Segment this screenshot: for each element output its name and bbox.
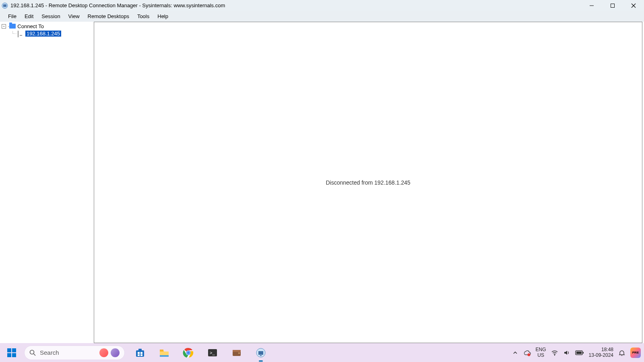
date-text: 13-09-2024 [589,353,613,358]
svg-point-29 [554,354,555,355]
folder-icon [9,24,16,29]
file-explorer-icon[interactable] [158,346,171,359]
language-indicator[interactable]: ENG US [536,347,546,358]
main-area: − ··· Connect To └·· 192.168.1.245 Disco… [0,22,644,343]
rdcman-icon[interactable] [254,346,267,359]
close-button[interactable] [623,0,644,11]
search-icon [29,350,36,356]
minimize-button[interactable] [581,0,602,11]
wifi-icon[interactable] [551,349,558,356]
window-controls [581,0,644,11]
onedrive-icon[interactable] [523,349,531,357]
session-pane: Disconnected from 192.168.1.245 [94,22,642,343]
windows-logo-icon [7,348,16,357]
search-highlights [99,348,120,357]
svg-rect-8 [136,350,144,357]
tree-root[interactable]: − ··· Connect To [2,23,94,30]
svg-point-6 [30,350,34,354]
svg-rect-31 [583,352,584,354]
menu-view[interactable]: View [64,12,84,21]
tray-overflow-button[interactable] [512,350,518,356]
menu-session[interactable]: Session [37,12,64,21]
copilot-icon[interactable]: PRE [630,348,641,358]
svg-rect-32 [576,352,582,354]
svg-rect-12 [138,354,140,356]
lang-secondary: US [537,353,544,358]
pinned-apps: >_ [134,346,267,359]
volume-icon[interactable] [563,349,570,356]
tree-item-label: 192.168.1.245 [25,31,61,37]
svg-rect-23 [233,350,241,352]
svg-point-28 [527,353,530,356]
search-highlight-icon [99,348,108,357]
titlebar: 192.168.1.245 - Remote Desktop Connectio… [0,0,644,11]
taskbar: Search >_ ENG [0,343,644,362]
menu-file[interactable]: File [4,12,21,21]
copilot-tag: PRE [632,351,639,354]
terminal-icon[interactable]: >_ [206,346,219,359]
svg-point-19 [187,351,190,354]
menubar: File Edit Session View Remote Desktops T… [0,11,644,22]
monitor-icon [18,31,24,36]
search-placeholder: Search [40,349,59,356]
clock[interactable]: 18:48 13-09-2024 [589,347,613,358]
menu-help[interactable]: Help [153,12,172,21]
svg-rect-10 [138,352,140,354]
svg-point-33 [621,355,622,356]
tree-item[interactable]: └·· 192.168.1.245 [2,30,94,37]
svg-rect-27 [260,355,262,356]
search-highlight-icon [111,348,120,357]
window-title: 192.168.1.245 - Remote Desktop Connectio… [10,2,225,8]
time-text: 18:48 [601,347,613,353]
tree-line-icon: ··· [8,24,8,29]
tree-branch-icon: └·· [11,31,17,36]
disconnected-message: Disconnected from 192.168.1.245 [326,179,410,186]
notifications-icon[interactable] [618,349,625,356]
connection-tree: − ··· Connect To └·· 192.168.1.245 [0,22,94,343]
menu-tools[interactable]: Tools [133,12,153,21]
svg-rect-14 [160,350,163,352]
app-icon [2,2,8,9]
menu-remote-desktops[interactable]: Remote Desktops [84,12,133,21]
system-tray: ENG US 18:48 13-09-2024 PRE [512,343,641,362]
ms-store-icon[interactable] [134,346,147,359]
wallet-icon[interactable] [230,346,243,359]
svg-rect-15 [160,355,169,357]
svg-point-24 [238,352,240,354]
svg-text:>_: >_ [210,350,215,355]
taskbar-search[interactable]: Search [24,346,125,360]
svg-rect-13 [140,354,142,356]
svg-rect-3 [611,4,615,7]
svg-rect-1 [3,4,6,7]
menu-edit[interactable]: Edit [21,12,37,21]
svg-line-7 [34,354,36,356]
svg-rect-9 [138,349,142,351]
collapse-icon[interactable]: − [2,24,6,29]
svg-rect-11 [140,352,142,354]
lang-primary: ENG [536,347,546,352]
battery-icon[interactable] [575,350,584,356]
svg-rect-26 [258,351,263,355]
tree-root-label: Connect To [17,23,44,29]
maximize-button[interactable] [602,0,623,11]
start-button[interactable] [3,345,20,360]
chrome-icon[interactable] [182,346,195,359]
